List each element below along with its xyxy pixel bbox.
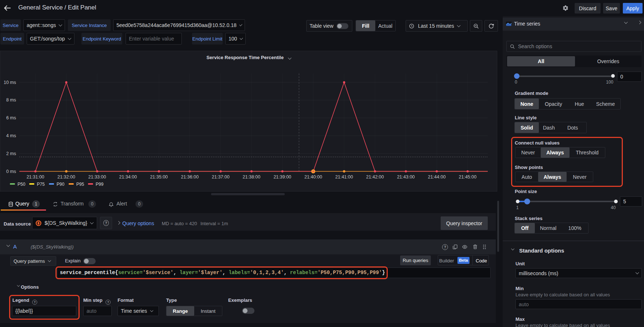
svg-text:P95: P95 [76, 182, 84, 187]
svg-text:21:34:00: 21:34:00 [119, 174, 137, 180]
svg-text:21:39:00: 21:39:00 [273, 174, 291, 180]
svg-text:21:40:00: 21:40:00 [304, 174, 322, 180]
svg-text:21:31:00: 21:31:00 [27, 174, 45, 180]
svg-text:21:33:00: 21:33:00 [88, 174, 106, 180]
svg-text:21:38:00: 21:38:00 [243, 174, 261, 180]
svg-text:21:42:00: 21:42:00 [366, 174, 384, 180]
svg-text:4 ms: 4 ms [6, 133, 16, 138]
svg-text:6 ms: 6 ms [6, 115, 16, 120]
svg-text:21:36:00: 21:36:00 [181, 174, 199, 180]
svg-text:21:45:00: 21:45:00 [459, 174, 477, 180]
svg-text:P90: P90 [57, 182, 65, 187]
svg-text:2 ms: 2 ms [6, 151, 16, 156]
svg-text:P50: P50 [18, 182, 26, 187]
svg-text:8 ms: 8 ms [6, 97, 16, 103]
svg-text:21:44:00: 21:44:00 [428, 174, 446, 180]
svg-text:P75: P75 [37, 182, 45, 187]
svg-text:21:37:00: 21:37:00 [212, 174, 230, 180]
svg-text:P99: P99 [96, 182, 104, 187]
svg-text:21:32:00: 21:32:00 [57, 174, 75, 180]
svg-text:21:35:00: 21:35:00 [150, 174, 168, 180]
svg-text:0 ms: 0 ms [6, 169, 16, 174]
svg-text:21:43:00: 21:43:00 [397, 174, 415, 180]
svg-text:21:41:00: 21:41:00 [335, 174, 353, 180]
svg-text:10 ms: 10 ms [4, 80, 16, 85]
